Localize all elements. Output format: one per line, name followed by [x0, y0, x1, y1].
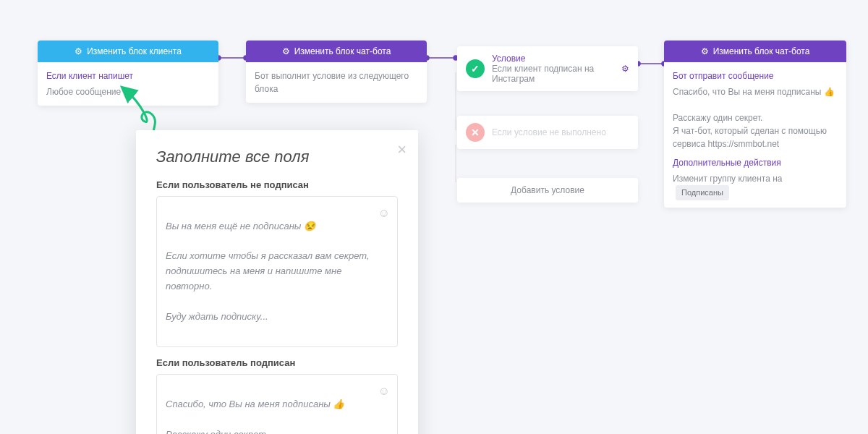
- modal-title: Заполните все поля: [156, 148, 398, 166]
- bot-block-1-header: ⚙ Изменить блок чат-бота: [246, 41, 427, 62]
- gear-icon: ⚙: [282, 46, 290, 56]
- condition-ok-card[interactable]: ✓ Условие Если клиент подписан на Инстаг…: [457, 46, 638, 91]
- field1-value: Вы на меня ещё не подписаны 😒 Если хотит…: [166, 221, 370, 322]
- check-icon: ✓: [466, 59, 485, 78]
- gear-icon[interactable]: ⚙: [621, 64, 629, 74]
- client-block-label: Если клиент напишет: [46, 69, 210, 82]
- fill-fields-modal: × Заполните все поля Если пользователь н…: [136, 130, 418, 434]
- condition-ok-title: Условие: [492, 54, 614, 64]
- add-condition-label: Добавить условие: [511, 185, 584, 195]
- client-block-header-text: Изменить блок клиента: [87, 46, 182, 56]
- bot-block-2-label2: Дополнительные действия: [673, 156, 838, 169]
- bot-block-1-text: Бот выполнит условие из следующего блока: [255, 69, 418, 95]
- bot-block-2-action: Изменит группу клиента на Подписаны: [673, 172, 838, 200]
- emoji-icon[interactable]: ☺: [378, 204, 390, 223]
- condition-ok-sub: Если клиент подписан на Инстаграм: [492, 64, 614, 84]
- gear-icon: ⚙: [75, 46, 82, 56]
- bot-block-2-action-tag: Подписаны: [676, 185, 729, 200]
- bot-block-1[interactable]: ⚙ Изменить блок чат-бота Бот выполнит ус…: [246, 41, 427, 103]
- cross-icon: ✕: [466, 123, 485, 142]
- bot-block-2-msg: Спасибо, что Вы на меня подписаны 👍 Расс…: [673, 85, 838, 150]
- client-block-value: Любое сообщение: [46, 85, 210, 98]
- bot-block-2-header: ⚙ Изменить блок чат-бота: [664, 41, 846, 62]
- close-icon[interactable]: ×: [397, 140, 407, 159]
- client-block[interactable]: ⚙ Изменить блок клиента Если клиент напи…: [38, 41, 218, 106]
- bot-block-2-action-prefix: Изменит группу клиента на: [673, 174, 783, 184]
- condition-fail-text: Если условие не выполнено: [492, 127, 629, 137]
- bot-block-2-label1: Бот отправит сообщение: [673, 69, 838, 82]
- bot-block-2-header-text: Изменить блок чат-бота: [713, 46, 810, 56]
- client-block-header: ⚙ Изменить блок клиента: [38, 41, 218, 62]
- bot-block-2[interactable]: ⚙ Изменить блок чат-бота Бот отправит со…: [664, 41, 846, 208]
- field1-label: Если пользователь не подписан: [156, 179, 398, 190]
- gear-icon: ⚙: [701, 46, 709, 56]
- field1-input[interactable]: Вы на меня ещё не подписаны 😒 Если хотит…: [156, 196, 398, 347]
- field2-input[interactable]: Спасибо, что Вы на меня подписаны 👍 Расс…: [156, 374, 398, 434]
- field2-label: Если пользователь подписан: [156, 357, 398, 368]
- bot-block-1-header-text: Изменить блок чат-бота: [294, 46, 391, 56]
- field2-value: Спасибо, что Вы на меня подписаны 👍 Расс…: [166, 399, 344, 434]
- emoji-icon[interactable]: ☺: [378, 382, 390, 401]
- add-condition-button[interactable]: Добавить условие: [457, 178, 638, 203]
- condition-fail-card[interactable]: ✕ Если условие не выполнено: [457, 116, 638, 149]
